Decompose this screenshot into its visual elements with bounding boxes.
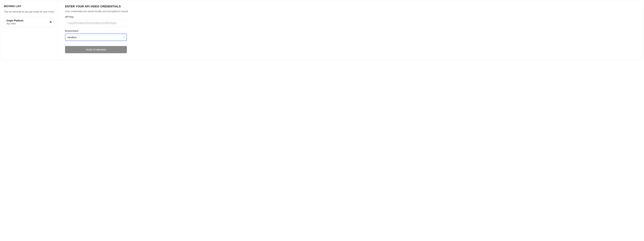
moving-list-item-label: Origin Platform — [6, 19, 23, 22]
close-icon — [49, 21, 52, 24]
moving-list-title: MOVING LIST — [4, 5, 55, 8]
moving-list-description: This list will build as you get ready fo… — [4, 10, 55, 14]
environment-label: Environment: — [65, 30, 636, 32]
moving-list-item: Origin Platform Api.video — [4, 17, 55, 27]
api-key-input[interactable] — [65, 20, 127, 27]
environment-group: Environment: sandbox — [65, 30, 636, 41]
moving-list-sidebar: MOVING LIST This list will build as you … — [1, 1, 58, 60]
api-key-group: API Key: — [65, 16, 636, 27]
credentials-form: ENTER YOUR API.VIDEO CREDENTIALS Your cr… — [58, 1, 643, 60]
form-description: Your credentials are stored locally and … — [65, 10, 636, 13]
api-key-label: API Key: — [65, 16, 636, 18]
moving-list-item-value: Api.video — [6, 22, 23, 25]
credentials-panel: MOVING LIST This list will build as you … — [1, 1, 643, 60]
environment-select-wrapper: sandbox — [65, 34, 127, 41]
environment-select[interactable]: sandbox — [65, 34, 127, 41]
form-title: ENTER YOUR API.VIDEO CREDENTIALS — [65, 5, 636, 8]
verify-credentials-button[interactable]: Verify Credentials — [65, 46, 127, 53]
moving-list-item-text: Origin Platform Api.video — [6, 19, 23, 25]
remove-item-button[interactable] — [49, 20, 52, 24]
